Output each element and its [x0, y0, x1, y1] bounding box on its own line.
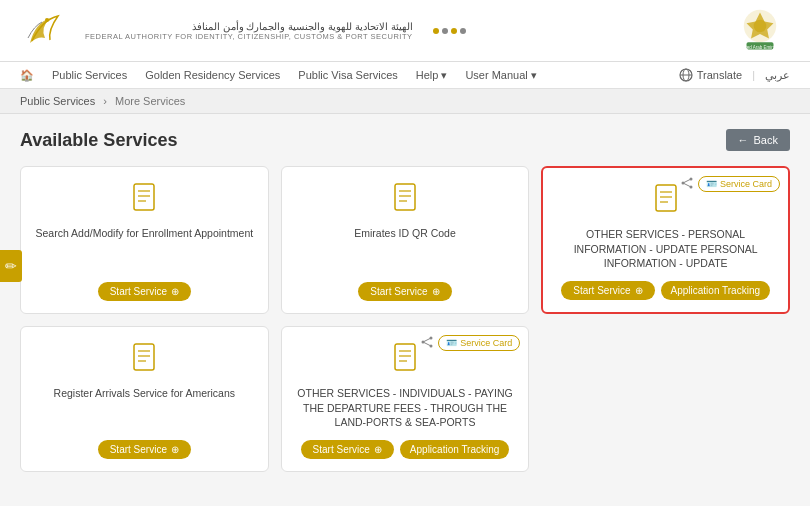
nav-user-manual[interactable]: User Manual ▾ — [465, 69, 536, 82]
card-title: Register Arrivals Service for Americans — [54, 386, 235, 430]
breadcrumb-separator: › — [103, 95, 110, 107]
nav-golden-residency[interactable]: Golden Residency Services — [145, 69, 280, 81]
application-tracking-button[interactable]: Application Tracking — [661, 281, 771, 300]
logo-bird-icon — [20, 8, 75, 53]
card-title: OTHER SERVICES - PERSONAL INFORMATION - … — [555, 227, 776, 271]
nav-public-visa[interactable]: Public Visa Services — [298, 69, 397, 81]
translate-icon — [679, 68, 693, 82]
card-title: OTHER SERVICES - INDIVIDUALS - PAYING TH… — [294, 386, 517, 430]
logo-english: FEDERAL AUTHORITY FOR IDENTITY, CITIZENS… — [85, 32, 413, 41]
breadcrumb: Public Services › More Services — [0, 89, 810, 114]
share-icon[interactable] — [681, 177, 693, 192]
nav-public-services[interactable]: Public Services — [52, 69, 127, 81]
service-card-tag[interactable]: 🪪 Service Card — [698, 176, 780, 192]
side-edit-button[interactable]: ✏ — [0, 250, 22, 282]
start-service-button[interactable]: Start Service ⊕ — [561, 281, 654, 300]
svg-point-0 — [45, 18, 49, 22]
uae-emblem-icon: United Arab Emirates — [730, 8, 790, 53]
svg-line-33 — [423, 342, 431, 346]
card-other-departure: 🪪 Service Card OTHER SERVICES - INDIVIDU… — [281, 326, 530, 472]
start-service-button[interactable]: Start Service ⊕ — [358, 282, 451, 301]
svg-line-20 — [683, 183, 691, 187]
card-doc-icon — [130, 182, 158, 218]
navbar: 🏠 Public Services Golden Residency Servi… — [0, 62, 810, 89]
back-button[interactable]: ← Back — [726, 129, 790, 151]
svg-rect-25 — [134, 344, 154, 370]
card-emirates-qr: Emirates ID QR Code Start Service ⊕ — [281, 166, 530, 314]
breadcrumb-current: More Services — [115, 95, 185, 107]
card-actions: Start Service ⊕ Application Tracking — [561, 281, 770, 300]
logo-arabic: الهيئة الاتحادية للهوية والجنسية والجمار… — [85, 21, 413, 32]
card-title: Emirates ID QR Code — [354, 226, 456, 272]
section-header: Available Services ← Back — [20, 129, 790, 151]
card-doc-icon — [130, 342, 158, 378]
card-actions: Start Service ⊕ Application Tracking — [301, 440, 510, 459]
arabic-lang-button[interactable]: عربي — [765, 69, 790, 82]
card-actions: Start Service ⊕ — [98, 440, 191, 459]
card-register-arrivals: Register Arrivals Service for Americans … — [20, 326, 269, 472]
card-top-actions: 🪪 Service Card — [681, 176, 780, 192]
card-doc-icon — [652, 183, 680, 219]
svg-text:United Arab Emirates: United Arab Emirates — [739, 45, 782, 50]
lang-divider: | — [752, 69, 755, 81]
logo-dots — [433, 28, 466, 34]
nav-links: 🏠 Public Services Golden Residency Servi… — [20, 69, 537, 82]
svg-line-32 — [423, 338, 431, 342]
share-icon[interactable] — [421, 336, 433, 351]
svg-point-2 — [754, 20, 767, 33]
nav-home-icon[interactable]: 🏠 — [20, 69, 34, 82]
breadcrumb-parent[interactable]: Public Services — [20, 95, 95, 107]
section-title: Available Services — [20, 130, 177, 151]
translate-button[interactable]: Translate — [679, 68, 742, 82]
application-tracking-button[interactable]: Application Tracking — [400, 440, 510, 459]
logo-area: الهيئة الاتحادية للهوية والجنسية والجمار… — [20, 8, 466, 53]
header: الهيئة الاتحادية للهوية والجنسية والجمار… — [0, 0, 810, 62]
card-title: Search Add/Modify for Enrollment Appoint… — [35, 226, 253, 272]
start-service-button[interactable]: Start Service ⊕ — [98, 282, 191, 301]
card-actions: Start Service ⊕ — [358, 282, 451, 301]
start-service-button[interactable]: Start Service ⊕ — [301, 440, 394, 459]
card-other-personal: 🪪 Service Card OTHER SERVICES - PERSONAL… — [541, 166, 790, 314]
card-search-enrollment: Search Add/Modify for Enrollment Appoint… — [20, 166, 269, 314]
card-actions: Start Service ⊕ — [98, 282, 191, 301]
svg-rect-34 — [395, 344, 415, 370]
service-card-tag[interactable]: 🪪 Service Card — [438, 335, 520, 351]
svg-line-19 — [683, 179, 691, 183]
card-doc-icon — [391, 342, 419, 378]
svg-rect-21 — [656, 185, 676, 211]
cards-grid: Search Add/Modify for Enrollment Appoint… — [20, 166, 790, 472]
svg-rect-8 — [134, 184, 154, 210]
main-content: Available Services ← Back Search Add/Mod… — [0, 114, 810, 487]
nav-right: Translate | عربي — [679, 68, 790, 82]
logo-text: الهيئة الاتحادية للهوية والجنسية والجمار… — [85, 21, 413, 41]
card-doc-icon — [391, 182, 419, 218]
svg-rect-12 — [395, 184, 415, 210]
card-top-actions: 🪪 Service Card — [421, 335, 520, 351]
nav-help[interactable]: Help ▾ — [416, 69, 448, 82]
start-service-button[interactable]: Start Service ⊕ — [98, 440, 191, 459]
